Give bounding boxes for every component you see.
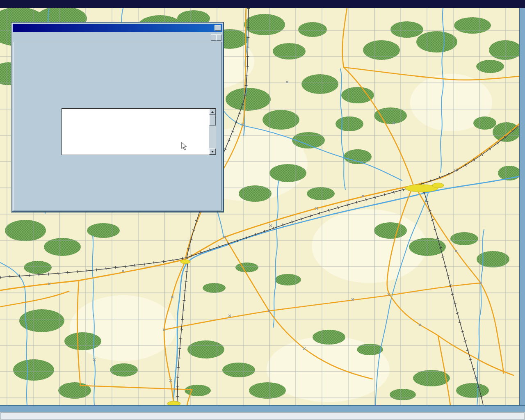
tab-scroller	[211, 34, 221, 41]
bottom-frame	[0, 405, 525, 412]
status-mission-path	[1, 413, 524, 419]
tab-scroll-right-button[interactable]	[216, 34, 221, 41]
scroll-thumb[interactable]	[209, 115, 216, 126]
dropdown-scrollbar[interactable]	[209, 109, 216, 155]
scroll-up-icon	[211, 110, 214, 113]
close-button[interactable]	[215, 25, 221, 31]
tab-scroll-left-button[interactable]	[211, 34, 216, 41]
app-window	[0, 0, 525, 420]
dialog-titlebar[interactable]	[13, 24, 222, 32]
object-dialog	[11, 23, 224, 212]
status-bar	[0, 412, 525, 420]
scroll-down-icon	[211, 151, 214, 154]
scroll-down-button[interactable]	[209, 148, 216, 155]
menu-bar	[0, 0, 525, 8]
scroll-up-button[interactable]	[209, 109, 216, 115]
right-frame	[519, 8, 525, 412]
tab-strip	[13, 33, 222, 42]
weapons-dropdown-list	[62, 108, 216, 155]
